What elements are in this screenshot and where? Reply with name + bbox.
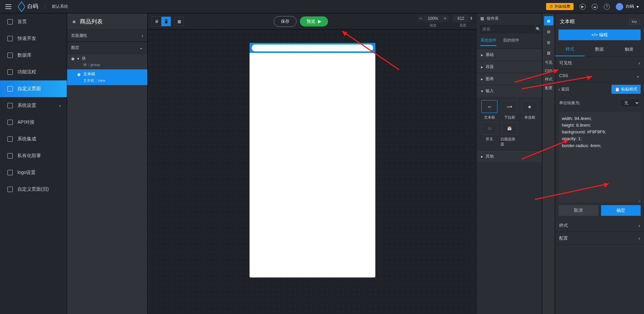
cancel-button[interactable]: 取消 [558, 205, 598, 216]
system-label[interactable]: 默认系统 [52, 4, 68, 9]
top-right: ⏱ 升级/续费 ▶ ☁ ? 白码 ▾ [546, 3, 639, 10]
preview-button[interactable]: 预览▶ [300, 16, 328, 26]
comp-switch[interactable]: ⬭开关 [480, 122, 498, 147]
play-icon[interactable]: ▶ [580, 4, 586, 10]
zoom-value[interactable]: 100% [424, 15, 441, 22]
chevron-left-icon: ‹ [558, 87, 560, 92]
comp-textbox[interactable]: ▭文本框 [480, 100, 498, 120]
mobile-frame[interactable] [250, 43, 375, 277]
nav-private[interactable]: 私有化部署 [0, 147, 67, 164]
inspector-title: 文本框 [560, 18, 575, 25]
tree-node-block[interactable]: ◉▾块 块|group [67, 54, 147, 69]
tab-style[interactable]: 样式 [555, 43, 585, 56]
unit-row: 单位转换为: 无 [555, 97, 644, 109]
zoom-out-button[interactable]: − [418, 15, 424, 21]
nav-flow[interactable]: 功能流程 [0, 64, 67, 80]
eye-icon[interactable]: ◉ [71, 56, 74, 61]
input-components-grid: ▭文本框 ▭▾下拉框 ◉单选框 ⬭开关 📅日期选择器 [477, 97, 542, 150]
device-desktop-button[interactable]: 🖥 [152, 17, 161, 26]
search-button[interactable]: 🔍 [535, 25, 541, 34]
nav-quick-dev[interactable]: 快速开发 [0, 30, 67, 47]
css-buttons: 取消 确定 [555, 205, 644, 219]
acc-visibility[interactable]: 可见性 [555, 57, 644, 69]
comp-datepicker[interactable]: 📅日期选择器 [500, 122, 519, 147]
user-menu[interactable]: 白码 ▾ [616, 3, 639, 10]
save-button[interactable]: 保存 [274, 16, 297, 27]
nav-custom-page-old[interactable]: 自定义页面(旧) [0, 181, 67, 198]
rail-visible[interactable]: 可见 [544, 59, 553, 66]
section-chart[interactable]: ▸图表 [477, 73, 542, 85]
nav-settings[interactable]: 系统设置 [0, 97, 67, 114]
avatar [616, 3, 623, 10]
css-textarea[interactable] [558, 112, 641, 202]
key-badge[interactable]: key [629, 19, 639, 24]
user-name: 白码 [626, 4, 634, 9]
tab-data[interactable]: 数据 [585, 43, 614, 56]
svg-marker-1 [342, 31, 347, 36]
page-properties-panel[interactable]: 页面属性 [67, 29, 147, 42]
section-other[interactable]: ▸其他 [477, 150, 542, 162]
acc-style[interactable]: 样式 [555, 219, 644, 232]
height-drag-icon[interactable]: ⇕ [470, 16, 473, 21]
logo-settings-icon [7, 170, 13, 175]
search-input[interactable] [480, 25, 535, 34]
rail-doc[interactable]: ▤ [544, 27, 553, 36]
nav-custom-page[interactable]: 自定义页面 [0, 80, 67, 97]
grid-toggle-button[interactable]: ▦ [174, 17, 184, 26]
left-nav: 首页 快速开发 数据库 功能流程 自定义页面 系统设置 API对接 系统集成 私… [0, 13, 67, 314]
back-icon[interactable]: « [72, 18, 76, 25]
section-basic[interactable]: ▸基础 [477, 49, 542, 61]
nav-integration[interactable]: 系统集成 [0, 131, 67, 147]
flow-icon [7, 69, 13, 75]
settings-icon [7, 103, 13, 108]
tree-node-textbox[interactable]: ◉文本框 文本框|view [67, 69, 147, 85]
comp-select[interactable]: ▭▾下拉框 [500, 100, 519, 120]
help-icon[interactable]: ? [604, 4, 610, 10]
section-container[interactable]: ▸容器 [477, 61, 542, 73]
top-bar: 白码 默认系统 ⏱ 升级/续费 ▶ ☁ ? 白码 ▾ [0, 0, 644, 13]
back-button[interactable]: ‹返回 [558, 86, 569, 92]
caret-icon[interactable]: ▾ [77, 56, 79, 61]
rail-css[interactable]: CSS [544, 67, 553, 74]
tab-my-components[interactable]: 我的组件 [503, 38, 519, 46]
acc-config[interactable]: 配置 [555, 232, 644, 245]
tab-trigger[interactable]: 触发 [614, 43, 644, 56]
eye-icon[interactable]: ◉ [77, 72, 80, 77]
canvas[interactable] [148, 29, 477, 314]
rail-style[interactable]: 样式 [544, 76, 553, 83]
layers-panel-header[interactable]: 图层 [67, 42, 147, 54]
nav-home[interactable]: 首页 [0, 13, 67, 30]
component-search: 🔍 [480, 25, 539, 34]
acc-css[interactable]: CSS [555, 69, 644, 82]
page-icon [7, 86, 13, 91]
height-value[interactable]: 812 [453, 15, 469, 22]
code-button[interactable]: </> 编程 [558, 29, 641, 40]
cloud-icon[interactable]: ☁ [592, 4, 598, 10]
chevron-down-icon [636, 73, 640, 78]
tab-system-components[interactable]: 系统组件 [480, 38, 496, 46]
nav-logo[interactable]: logo设置 [0, 164, 67, 181]
rail-config[interactable]: 配置 [544, 84, 553, 91]
canvas-toolbar: 🖥 📱 ▦ 保存 预览▶ − 100% + 缩放 8 [148, 13, 477, 29]
paste-style-button[interactable]: 📋 粘贴样式 [611, 85, 641, 94]
unit-select[interactable]: 无 [620, 99, 640, 107]
nav-api[interactable]: API对接 [0, 114, 67, 131]
breadcrumb: « 商品列表 [67, 13, 147, 29]
comp-radio[interactable]: ◉单选框 [521, 100, 539, 120]
component-library: ▦ 组件库 🔍 系统组件 我的组件 ▸基础 ▸容器 ▸图表 ▾输入 ▭文本框 ▭… [477, 13, 542, 314]
upgrade-button[interactable]: ⏱ 升级/续费 [546, 3, 574, 10]
home-icon [7, 19, 13, 24]
chevron-right-icon [638, 236, 640, 241]
chevron-right-icon [59, 103, 61, 108]
chevron-down-icon: ▾ [637, 4, 639, 9]
nav-database[interactable]: 数据库 [0, 47, 67, 64]
menu-icon[interactable] [5, 4, 11, 9]
zoom-in-button[interactable]: + [442, 15, 448, 21]
device-mobile-button[interactable]: 📱 [161, 17, 171, 26]
rail-image[interactable]: 🖼 [544, 48, 553, 58]
rail-layout[interactable]: ▥ [544, 38, 553, 47]
rail-grid[interactable]: ▦ [544, 16, 553, 25]
section-input[interactable]: ▾输入 [477, 85, 542, 97]
ok-button[interactable]: 确定 [601, 205, 641, 216]
textbox-component[interactable] [252, 44, 373, 52]
